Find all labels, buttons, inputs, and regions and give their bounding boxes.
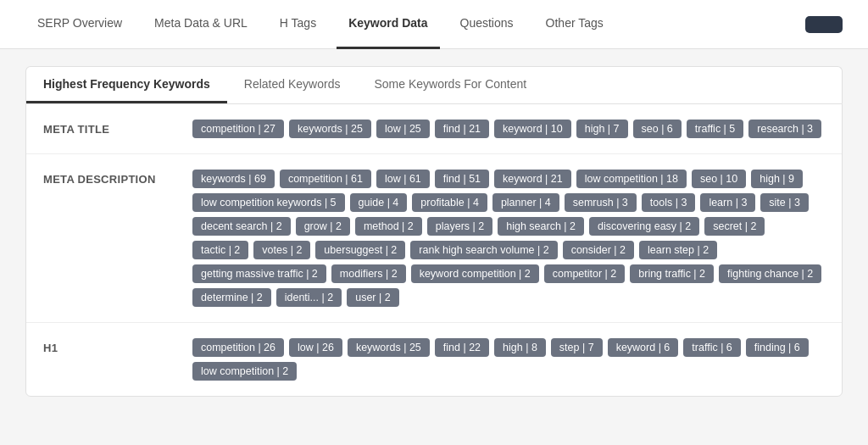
nav-item-questions[interactable]: Questions	[448, 0, 526, 49]
keyword-tag: keyword | 6	[608, 338, 679, 357]
keyword-tag: consider | 2	[563, 241, 634, 259]
keyword-tag: identi... | 2	[276, 288, 342, 307]
keyword-tag: fighting chance | 2	[719, 264, 821, 283]
top-navigation: SERP OverviewMeta Data & URLH TagsKeywor…	[0, 0, 868, 49]
keyword-tag: competition | 27	[192, 120, 284, 138]
keyword-tag: competition | 61	[280, 170, 371, 188]
download-button[interactable]	[805, 16, 843, 33]
keyword-tag: research | 3	[748, 120, 821, 138]
keyword-tag: user | 2	[347, 288, 398, 307]
keyword-tag: profitable | 4	[412, 193, 487, 212]
keyword-tag: semrush | 3	[565, 193, 637, 212]
keyword-tag: modifiers | 2	[331, 264, 406, 283]
row-label: H1	[43, 338, 179, 354]
sub-tab-some-keywords-for-content[interactable]: Some Keywords For Content	[357, 67, 543, 103]
nav-item-serp-overview[interactable]: SERP Overview	[25, 0, 134, 49]
keyword-tag: keyword competition | 2	[411, 264, 539, 283]
table-row: H1competition | 26low | 26keywords | 25f…	[26, 323, 842, 396]
keyword-tag: low | 25	[376, 120, 430, 138]
keyword-tag: traffic | 5	[687, 120, 743, 138]
keyword-table: META TITLEcompetition | 27keywords | 25l…	[25, 103, 843, 397]
keyword-tag: tools | 3	[642, 193, 696, 212]
keyword-tag: players | 2	[427, 217, 492, 236]
content-area: Highest Frequency KeywordsRelated Keywor…	[0, 49, 868, 414]
keyword-tag: seo | 6	[633, 120, 682, 138]
keyword-tag: high | 8	[494, 338, 546, 357]
nav-item-other-tags[interactable]: Other Tags	[534, 0, 615, 49]
keyword-tag: find | 22	[435, 338, 489, 357]
keyword-tag: find | 21	[435, 120, 489, 138]
keyword-tag: secret | 2	[704, 217, 765, 236]
keyword-tag: high search | 2	[498, 217, 584, 236]
table-row: META DESCRIPTIONkeywords | 69competition…	[26, 154, 842, 323]
tags-container: competition | 26low | 26keywords | 25fin…	[192, 338, 825, 381]
keyword-tag: competition | 26	[192, 338, 284, 357]
keyword-tag: bring traffic | 2	[630, 264, 714, 283]
keyword-tag: low competition keywords | 5	[192, 193, 345, 212]
keyword-tag: keywords | 25	[348, 338, 430, 357]
keyword-tag: learn step | 2	[639, 241, 717, 259]
keyword-tag: planner | 4	[492, 193, 559, 212]
keyword-tag: low competition | 18	[576, 170, 687, 188]
keyword-tag: ubersuggest | 2	[315, 241, 405, 259]
keyword-tag: method | 2	[355, 217, 422, 236]
sub-tab-highest-frequency-keywords[interactable]: Highest Frequency Keywords	[26, 67, 227, 103]
tags-container: keywords | 69competition | 61low | 61fin…	[192, 170, 825, 307]
keyword-tag: guide | 4	[350, 193, 408, 212]
keyword-tag: step | 7	[551, 338, 603, 357]
keyword-tag: low | 26	[289, 338, 342, 357]
keyword-tag: traffic | 6	[683, 338, 740, 357]
keyword-tag: tactic | 2	[192, 241, 248, 259]
keyword-tag: high | 9	[751, 170, 803, 188]
tags-container: competition | 27keywords | 25low | 25fin…	[192, 120, 825, 138]
keyword-tag: site | 3	[760, 193, 809, 212]
sub-tab-related-keywords[interactable]: Related Keywords	[227, 67, 358, 103]
keyword-tag: seo | 10	[692, 170, 746, 188]
keyword-tag: low | 61	[376, 170, 430, 188]
keyword-tag: find | 51	[435, 170, 489, 188]
keyword-tag: keyword | 21	[494, 170, 571, 188]
keyword-tag: rank high search volume | 2	[410, 241, 557, 259]
keyword-tag: keyword | 10	[494, 120, 571, 138]
sub-tabs: Highest Frequency KeywordsRelated Keywor…	[25, 66, 843, 103]
nav-item-keyword-data[interactable]: Keyword Data	[337, 0, 439, 49]
keyword-tag: votes | 2	[253, 241, 310, 259]
table-row: META TITLEcompetition | 27keywords | 25l…	[26, 104, 842, 154]
keyword-tag: low competition | 2	[192, 362, 297, 381]
keyword-tag: getting massive traffic | 2	[192, 264, 326, 283]
keyword-tag: keywords | 25	[289, 120, 371, 138]
keyword-tag: grow | 2	[296, 217, 350, 236]
keyword-tag: competitor | 2	[544, 264, 626, 283]
keyword-tag: high | 7	[576, 120, 628, 138]
keyword-tag: learn | 3	[700, 193, 755, 212]
row-label: META DESCRIPTION	[43, 170, 179, 186]
keyword-tag: discovering easy | 2	[589, 217, 699, 236]
keyword-tag: keywords | 69	[192, 170, 275, 188]
nav-item-meta-data-&-url[interactable]: Meta Data & URL	[142, 0, 259, 49]
keyword-tag: decent search | 2	[192, 217, 291, 236]
row-label: META TITLE	[43, 120, 179, 136]
nav-item-h-tags[interactable]: H Tags	[268, 0, 328, 49]
keyword-tag: determine | 2	[192, 288, 271, 307]
keyword-tag: finding | 6	[746, 338, 809, 357]
